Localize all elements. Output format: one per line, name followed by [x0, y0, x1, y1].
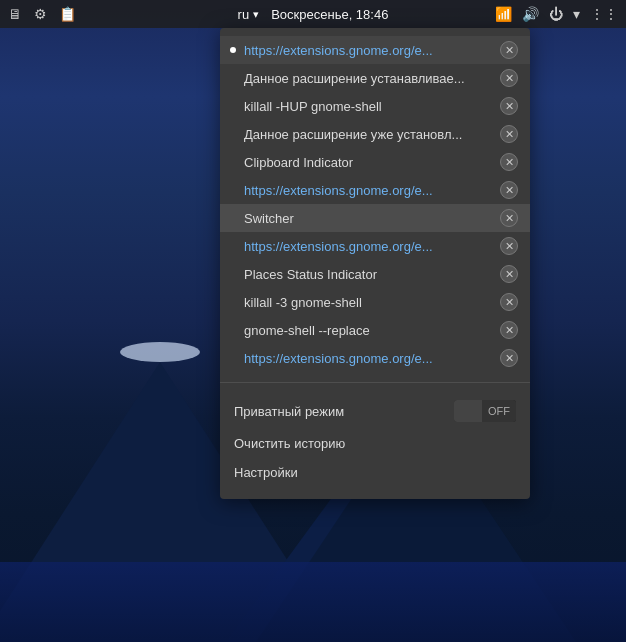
item-close-button[interactable]: ✕ [500, 293, 518, 311]
language-label[interactable]: ru [238, 7, 250, 22]
item-text: https://extensions.gnome.org/e... [244, 239, 494, 254]
power-icon[interactable]: ⏻ [549, 6, 563, 22]
item-text: Places Status Indicator [244, 267, 494, 282]
item-close-button[interactable]: ✕ [500, 265, 518, 283]
private-mode-toggle[interactable]: OFF [454, 400, 516, 422]
private-mode-item[interactable]: Приватный режим OFF [220, 393, 530, 429]
item-text: Switcher [244, 211, 494, 226]
settings-label: Настройки [234, 465, 298, 480]
toggle-track [454, 400, 482, 422]
item-close-button[interactable]: ✕ [500, 321, 518, 339]
private-mode-label: Приватный режим [234, 404, 344, 419]
item-close-button[interactable]: ✕ [500, 237, 518, 255]
bottom-section: Приватный режим OFF Очистить историю Нас… [220, 389, 530, 491]
item-close-button[interactable]: ✕ [500, 209, 518, 227]
list-item[interactable]: killall -HUP gnome-shell ✕ [220, 92, 530, 120]
list-item[interactable]: gnome-shell --replace ✕ [220, 316, 530, 344]
water [0, 562, 626, 642]
settings-item[interactable]: Настройки [220, 458, 530, 487]
item-close-button[interactable]: ✕ [500, 41, 518, 59]
list-item[interactable]: Clipboard Indicator ✕ [220, 148, 530, 176]
item-close-button[interactable]: ✕ [500, 97, 518, 115]
topbar-left: 🖥 ⚙ 📋 [8, 6, 76, 22]
list-item[interactable]: killall -3 gnome-shell ✕ [220, 288, 530, 316]
item-text: https://extensions.gnome.org/e... [244, 351, 494, 366]
list-item[interactable]: https://extensions.gnome.org/e... ✕ [220, 344, 530, 372]
volume-icon[interactable]: 🔊 [522, 6, 539, 22]
list-item[interactable]: https://extensions.gnome.org/e... ✕ [220, 176, 530, 204]
clear-history-item[interactable]: Очистить историю [220, 429, 530, 458]
item-text: killall -3 gnome-shell [244, 295, 494, 310]
divider [220, 382, 530, 383]
snow-left [120, 342, 200, 362]
gear-icon[interactable]: ⚙ [34, 6, 47, 22]
chevron-down-icon[interactable]: ▾ [573, 6, 580, 22]
item-close-button[interactable]: ✕ [500, 69, 518, 87]
item-text: killall -HUP gnome-shell [244, 99, 494, 114]
topbar-center: ru ▾ Воскресенье, 18:46 [238, 7, 389, 22]
list-item[interactable]: Данное расширение устанавливае... ✕ [220, 64, 530, 92]
item-close-button[interactable]: ✕ [500, 125, 518, 143]
item-close-button[interactable]: ✕ [500, 181, 518, 199]
item-bullet [230, 47, 236, 53]
list-item[interactable]: Switcher ✕ [220, 204, 530, 232]
dropdown-items: https://extensions.gnome.org/e... ✕ Данн… [220, 28, 530, 376]
item-text: gnome-shell --replace [244, 323, 494, 338]
item-text: https://extensions.gnome.org/e... [244, 183, 494, 198]
clipboard-icon[interactable]: 📋 [59, 6, 76, 22]
topbar-right: 📶 🔊 ⏻ ▾ ⋮⋮ [495, 6, 618, 22]
clear-history-label: Очистить историю [234, 436, 345, 451]
dropdown-menu: https://extensions.gnome.org/e... ✕ Данн… [220, 28, 530, 499]
toggle-off-label: OFF [482, 400, 516, 422]
list-item[interactable]: Places Status Indicator ✕ [220, 260, 530, 288]
item-close-button[interactable]: ✕ [500, 349, 518, 367]
item-text: Clipboard Indicator [244, 155, 494, 170]
grid-icon[interactable]: ⋮⋮ [590, 6, 618, 22]
list-item[interactable]: Данное расширение уже установл... ✕ [220, 120, 530, 148]
wifi-icon[interactable]: 📶 [495, 6, 512, 22]
datetime-label: Воскресенье, 18:46 [271, 7, 388, 22]
item-text: Данное расширение уже установл... [244, 127, 494, 142]
item-text: Данное расширение устанавливае... [244, 71, 494, 86]
list-item[interactable]: https://extensions.gnome.org/e... ✕ [220, 36, 530, 64]
list-item[interactable]: https://extensions.gnome.org/e... ✕ [220, 232, 530, 260]
monitor-x-icon[interactable]: 🖥 [8, 6, 22, 22]
language-arrow: ▾ [253, 8, 259, 21]
item-close-button[interactable]: ✕ [500, 153, 518, 171]
item-text: https://extensions.gnome.org/e... [244, 43, 494, 58]
topbar: 🖥 ⚙ 📋 ru ▾ Воскресенье, 18:46 📶 🔊 ⏻ ▾ ⋮⋮ [0, 0, 626, 28]
